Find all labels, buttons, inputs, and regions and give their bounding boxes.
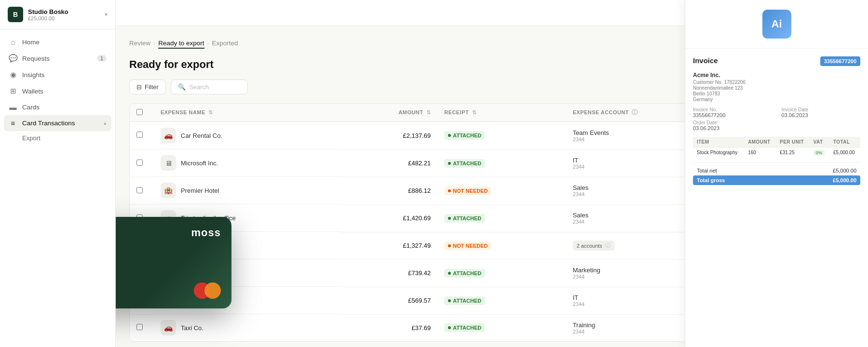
adobe-logo: Ai	[762, 10, 791, 39]
invoice-date-label: Invoice Date	[782, 107, 861, 112]
requests-icon: 💬	[9, 54, 17, 63]
row-checkbox[interactable]	[136, 187, 143, 193]
total-gross-label: Total gross	[697, 177, 725, 183]
vat-col-header: VAT	[810, 137, 829, 147]
receipt-badge: ATTACHED	[444, 131, 485, 140]
invoice-date-value: 03.06.2023	[782, 112, 861, 118]
invoice-logo-wrap: Ai	[685, 0, 868, 49]
select-all-header[interactable]	[130, 104, 154, 122]
invoice-line-row: Stock Photography 160 £31.25 0% £5,000.0…	[693, 147, 860, 158]
line-total: £5,000.00	[829, 147, 860, 158]
sort-icon: ⇅	[426, 109, 431, 115]
total-net-value: £5,000.00	[833, 168, 856, 174]
row-checkbox-cell[interactable]	[130, 149, 154, 177]
invoice-country: Germany	[693, 97, 860, 102]
card-bottom: corporate	[116, 282, 221, 299]
cards-icon: ▬	[9, 103, 17, 111]
invoice-no-label: Invoice No.	[693, 107, 772, 112]
invoice-document: Invoice 33556677200 Acme Inc. Customer N…	[685, 49, 868, 347]
line-per-unit: £31.25	[776, 147, 810, 158]
breadcrumb-ready-to-export[interactable]: Ready to export	[158, 38, 204, 49]
invoice-city: Berlin 10783	[693, 91, 860, 96]
home-icon: ⌂	[9, 38, 17, 46]
amount-cell: £739.42	[341, 259, 437, 287]
invoice-line-items: Item Amount Per unit VAT Total Stock Pho…	[693, 137, 860, 158]
filter-button[interactable]: ⊟ Filter	[129, 80, 166, 94]
row-checkbox-cell[interactable]	[130, 177, 154, 204]
receipt-badge: ATTACHED	[444, 323, 485, 332]
receipt-cell: ATTACHED	[437, 204, 566, 232]
select-all-checkbox[interactable]	[136, 109, 143, 115]
requests-badge: 1	[97, 55, 107, 62]
sidebar-item-home-label: Home	[22, 39, 40, 46]
total-net-label: Total net	[697, 168, 717, 174]
sidebar-item-wallets-label: Wallets	[22, 88, 43, 95]
receipt-badge: NOT NEEDED	[444, 187, 491, 195]
sidebar-nav: ⌂ Home 💬 Requests 1 ◉ Insights ⊞ Wallets…	[0, 29, 115, 347]
expense-name-cell: 🚗 Car Rental Co.	[154, 122, 341, 149]
amount-header[interactable]: AMOUNT ⇅	[341, 104, 437, 122]
breadcrumb-exported[interactable]: Exported	[212, 38, 238, 49]
line-vat: 0%	[814, 150, 825, 156]
expense-name: Microsoft Inc.	[181, 160, 218, 167]
company-switcher[interactable]: B Studio Bosko £25,000.00 ▾	[0, 0, 115, 29]
sidebar-item-card-transactions-label: Card Transactions	[22, 120, 75, 127]
sidebar-item-home[interactable]: ⌂ Home	[4, 34, 111, 50]
main-content: + New Request ? 📢 🔔 SB Review › Ready to…	[116, 0, 868, 347]
receipt-badge: ATTACHED	[444, 269, 485, 278]
expense-name-header[interactable]: EXPENSE NAME ⇅	[154, 104, 341, 122]
receipt-badge: ATTACHED	[444, 296, 485, 305]
expense-name-cell: 🏨 Premier Hotel	[154, 177, 341, 204]
expense-name: Premier Hotel	[181, 187, 219, 194]
sidebar-item-wallets[interactable]: ⊞ Wallets	[4, 83, 111, 99]
receipt-cell: ATTACHED	[437, 259, 566, 287]
row-checkbox-cell[interactable]	[130, 122, 154, 150]
amount-cell: £482.21	[341, 149, 437, 177]
card-transactions-icon: ≡	[9, 119, 17, 127]
receipt-cell: NOT NEEDED	[437, 177, 566, 204]
order-date-label: Order Date:	[693, 120, 772, 125]
mc-orange-circle	[204, 282, 221, 299]
row-checkbox[interactable]	[136, 160, 143, 166]
receipt-cell: ATTACHED	[437, 122, 566, 150]
row-checkbox[interactable]	[136, 132, 143, 138]
receipt-cell: ATTACHED	[437, 149, 566, 177]
floating-card: moss corporate	[116, 217, 231, 308]
receipt-header[interactable]: RECEIPT ⇅	[437, 104, 566, 122]
sort-icon: ⇅	[472, 109, 476, 115]
receipt-badge: ATTACHED	[444, 159, 485, 168]
expense-name: Taxi Co.	[181, 324, 203, 332]
expense-name-cell: 🖥 Microsoft Inc.	[154, 149, 341, 177]
sidebar-item-export-label: Export	[22, 134, 41, 142]
search-icon: 🔍	[178, 83, 186, 91]
invoice-company: Acme Inc.	[693, 72, 860, 79]
wallets-icon: ⊞	[9, 87, 17, 95]
sidebar-item-insights[interactable]: ◉ Insights	[4, 67, 111, 83]
expense-name-cell: 🚗 Taxi Co.	[154, 314, 341, 341]
sidebar-item-cards[interactable]: ▬ Cards	[4, 99, 111, 115]
sidebar-item-export[interactable]: Export	[4, 131, 111, 145]
breadcrumb-review[interactable]: Review	[129, 38, 150, 49]
line-item-name: Stock Photography	[693, 147, 744, 158]
receipt-cell: ATTACHED	[437, 314, 566, 341]
amount-cell: £886.12	[341, 177, 437, 204]
invoice-preview-panel: Ai Invoice 33556677200 Acme Inc. Custome…	[685, 0, 868, 347]
filter-label: Filter	[145, 83, 159, 91]
amount-cell: £37.69	[341, 314, 437, 341]
total-gross-row: Total gross £5,000.00	[693, 175, 860, 185]
total-net-row: Total net £5,000.00	[693, 166, 860, 175]
search-bar[interactable]: 🔍 Search	[171, 80, 248, 94]
help-circle-icon: ⓘ	[632, 109, 637, 116]
expense-name: Car Rental Co.	[181, 132, 222, 139]
row-checkbox[interactable]	[136, 324, 143, 330]
total-gross-value: £5,000.00	[833, 177, 856, 183]
sidebar-item-requests[interactable]: 💬 Requests 1	[4, 50, 111, 67]
amount-cell: £569.57	[341, 287, 437, 314]
invoice-customer-no: Customer No. 17822206	[693, 80, 860, 85]
row-checkbox-cell[interactable]	[130, 314, 154, 341]
multi-account-badge: 2 accounts ⓘ	[573, 240, 614, 251]
sidebar-item-card-transactions[interactable]: ≡ Card Transactions ▴	[4, 115, 111, 131]
per-unit-col-header: Per unit	[776, 137, 810, 147]
amount-cell: £1,327.49	[341, 232, 437, 259]
sidebar-item-insights-label: Insights	[22, 71, 45, 79]
